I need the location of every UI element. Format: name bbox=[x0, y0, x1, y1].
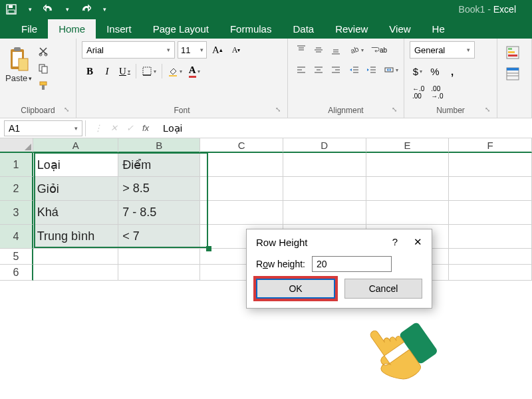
align-top-icon[interactable] bbox=[293, 41, 309, 59]
decrease-font-icon[interactable]: A▾ bbox=[228, 41, 244, 59]
format-painter-icon[interactable] bbox=[36, 78, 51, 93]
number-format-combo[interactable]: General▾ bbox=[410, 41, 475, 59]
cell[interactable] bbox=[449, 265, 532, 281]
cell[interactable] bbox=[366, 153, 450, 177]
formula-input[interactable] bbox=[158, 120, 532, 136]
fill-handle[interactable] bbox=[206, 246, 211, 251]
comma-button[interactable]: , bbox=[444, 63, 460, 80]
launcher-icon[interactable]: ⤡ bbox=[392, 106, 397, 113]
align-right-icon[interactable] bbox=[328, 61, 344, 78]
border-button[interactable] bbox=[139, 63, 159, 80]
row-header[interactable]: 3 bbox=[0, 201, 33, 225]
cell[interactable] bbox=[118, 249, 200, 265]
tab-home[interactable]: Home bbox=[48, 19, 96, 39]
align-center-icon[interactable] bbox=[311, 61, 327, 78]
row-height-input[interactable] bbox=[312, 256, 392, 272]
dialog-help-icon[interactable]: ? bbox=[392, 236, 398, 248]
cell[interactable] bbox=[118, 265, 200, 281]
align-left-icon[interactable] bbox=[293, 61, 309, 78]
tab-review[interactable]: Review bbox=[325, 19, 378, 39]
cancel-formula-icon[interactable]: ✕ bbox=[106, 120, 122, 136]
cell[interactable]: Giỏi bbox=[33, 177, 119, 201]
conditional-formatting-icon[interactable] bbox=[503, 44, 523, 61]
cut-icon[interactable] bbox=[36, 44, 51, 59]
cell[interactable] bbox=[200, 177, 283, 201]
cell[interactable] bbox=[449, 225, 532, 249]
cell[interactable] bbox=[283, 201, 366, 225]
merge-center-button[interactable] bbox=[381, 61, 401, 78]
italic-button[interactable]: I bbox=[99, 63, 115, 80]
cell[interactable] bbox=[33, 265, 119, 281]
tab-data[interactable]: Data bbox=[282, 19, 325, 39]
cell[interactable]: 7 - 8.5 bbox=[118, 201, 200, 225]
tab-help[interactable]: He bbox=[422, 19, 456, 39]
tab-file[interactable]: File bbox=[11, 19, 48, 39]
row-header[interactable]: 2 bbox=[0, 177, 33, 201]
cell[interactable] bbox=[33, 249, 119, 265]
save-icon[interactable] bbox=[3, 2, 20, 17]
name-box[interactable]: A1▾ bbox=[4, 120, 82, 136]
currency-button[interactable]: $ bbox=[410, 63, 426, 80]
undo-icon[interactable] bbox=[40, 2, 57, 17]
cell[interactable]: Loại bbox=[33, 153, 119, 177]
tab-formulas[interactable]: Formulas bbox=[219, 19, 283, 39]
cell[interactable] bbox=[366, 177, 450, 201]
tab-insert[interactable]: Insert bbox=[96, 19, 142, 39]
cell[interactable] bbox=[200, 201, 283, 225]
undo-drop-icon[interactable]: ▾ bbox=[59, 2, 76, 17]
row-header[interactable]: 5 bbox=[0, 249, 33, 265]
row-header[interactable]: 1 bbox=[0, 153, 33, 177]
cell[interactable]: > 8.5 bbox=[118, 177, 200, 201]
cell[interactable] bbox=[449, 249, 532, 265]
qat-dropdown-icon[interactable]: ▾ bbox=[21, 2, 39, 17]
cell[interactable] bbox=[449, 201, 532, 225]
font-name-combo[interactable]: Arial▾ bbox=[82, 41, 175, 59]
increase-font-icon[interactable]: A▴ bbox=[209, 41, 225, 59]
launcher-icon[interactable]: ⤡ bbox=[64, 106, 69, 113]
wrap-text-button[interactable]: ab bbox=[368, 41, 390, 59]
column-header[interactable]: A bbox=[33, 138, 119, 153]
fill-color-button[interactable] bbox=[165, 63, 185, 80]
cell[interactable]: Điểm bbox=[118, 153, 200, 177]
row-header[interactable]: 6 bbox=[0, 265, 33, 281]
decrease-indent-icon[interactable] bbox=[346, 61, 362, 78]
font-size-combo[interactable]: 11▾ bbox=[178, 41, 207, 59]
font-color-button[interactable]: A bbox=[186, 63, 203, 80]
column-header[interactable]: F bbox=[449, 138, 532, 153]
cancel-button[interactable]: Cancel bbox=[344, 279, 422, 299]
decrease-decimal-icon[interactable]: .00→.0 bbox=[428, 84, 446, 101]
align-middle-icon[interactable] bbox=[311, 41, 327, 59]
percent-button[interactable]: % bbox=[427, 63, 443, 80]
orientation-icon[interactable]: ab bbox=[346, 41, 366, 59]
cell[interactable]: Trung bình bbox=[33, 225, 119, 249]
launcher-icon[interactable]: ⤡ bbox=[275, 106, 281, 113]
format-table-icon[interactable] bbox=[503, 65, 523, 82]
cell[interactable] bbox=[449, 177, 532, 201]
column-header[interactable]: B bbox=[118, 138, 200, 153]
cell[interactable] bbox=[200, 153, 283, 177]
column-header[interactable]: D bbox=[283, 138, 366, 153]
row-header[interactable]: 4 bbox=[0, 225, 33, 249]
column-header[interactable]: E bbox=[366, 138, 450, 153]
paste-button[interactable]: Paste▾ bbox=[5, 41, 32, 83]
align-bottom-icon[interactable] bbox=[328, 41, 344, 59]
redo-drop-icon[interactable]: ▾ bbox=[96, 2, 113, 17]
cell[interactable] bbox=[283, 153, 366, 177]
underline-button[interactable]: U bbox=[116, 63, 133, 80]
cell[interactable] bbox=[283, 177, 366, 201]
column-header[interactable]: C bbox=[200, 138, 283, 153]
ok-button[interactable]: OK bbox=[256, 279, 335, 299]
copy-icon[interactable] bbox=[36, 61, 51, 76]
fx-icon[interactable]: fx bbox=[138, 120, 154, 136]
increase-decimal-icon[interactable]: ←.0.00 bbox=[410, 84, 427, 101]
dialog-close-icon[interactable]: ✕ bbox=[414, 236, 422, 248]
cell[interactable]: < 7 bbox=[118, 225, 200, 249]
select-all-button[interactable] bbox=[0, 138, 33, 153]
cell[interactable] bbox=[449, 153, 532, 177]
cell[interactable]: Khá bbox=[33, 201, 119, 225]
launcher-icon[interactable]: ⤡ bbox=[485, 106, 490, 113]
bold-button[interactable]: B bbox=[82, 63, 98, 80]
cell[interactable] bbox=[366, 201, 450, 225]
tab-page-layout[interactable]: Page Layout bbox=[142, 19, 219, 39]
tab-view[interactable]: View bbox=[378, 19, 421, 39]
